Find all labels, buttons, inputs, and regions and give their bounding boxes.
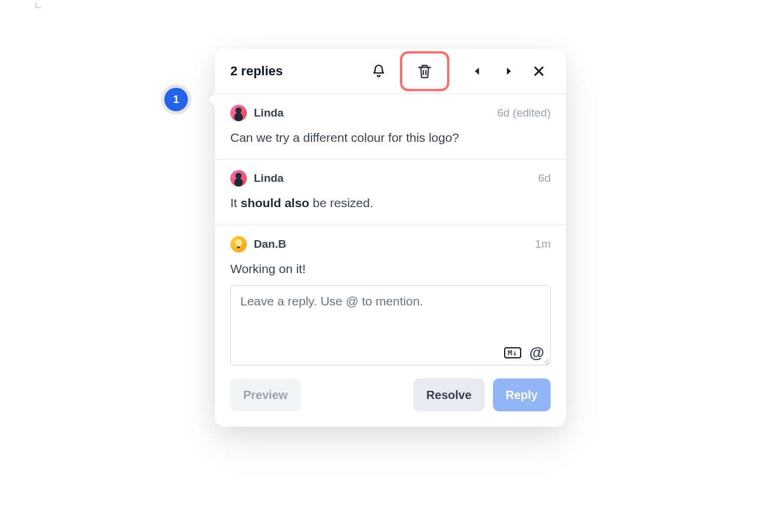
close-icon (532, 65, 545, 78)
comment-meta: 6d (538, 172, 551, 185)
comment-marker-number: 1 (164, 88, 188, 111)
avatar (230, 170, 247, 187)
comment-body-text: be resized. (309, 196, 373, 210)
comment-body: It should also be resized. (230, 195, 551, 211)
avatar (230, 236, 247, 252)
comment-author: Linda (254, 107, 284, 119)
comment-body-text: It (230, 196, 241, 210)
comment-item: Linda 6d (edited) Can we try a different… (215, 94, 566, 159)
reply-button[interactable]: Reply (493, 378, 551, 411)
preview-button[interactable]: Preview (230, 378, 301, 411)
reply-tools: M↓ @ (504, 345, 544, 360)
comment-meta: 1m (535, 238, 551, 251)
bell-icon (372, 64, 386, 78)
thread-title: 2 replies (230, 64, 283, 79)
reply-input[interactable]: Leave a reply. Use @ to mention. M↓ @ (230, 285, 551, 365)
comment-thread-panel: 2 replies (215, 49, 566, 427)
comment-author: Dan.B (254, 238, 286, 251)
close-button[interactable] (526, 58, 552, 84)
resize-handle[interactable] (542, 357, 549, 364)
resolve-button[interactable]: Resolve (413, 378, 485, 411)
reply-actions: Preview Resolve Reply (230, 378, 551, 411)
comment-item: Dan.B 1m Working on it! (215, 225, 566, 282)
reply-area: Leave a reply. Use @ to mention. M↓ @ Pr… (215, 282, 566, 427)
comment-body: Can we try a different colour for this l… (230, 129, 551, 146)
comment-marker[interactable]: 1 (161, 84, 191, 115)
comment-meta: 6d (edited) (497, 107, 551, 119)
comment-item: Linda 6d It should also be resized. (215, 159, 566, 225)
thread-header: 2 replies (215, 49, 566, 94)
markdown-icon[interactable]: M↓ (504, 347, 521, 358)
caret-right-icon (503, 66, 514, 77)
delete-button-highlight (400, 51, 449, 91)
canvas-corner-mark (35, 2, 41, 8)
reply-placeholder: Leave a reply. Use @ to mention. (240, 294, 423, 308)
avatar (230, 105, 247, 121)
comment-author: Linda (254, 172, 284, 185)
delete-button[interactable] (417, 64, 432, 79)
trash-icon (417, 64, 432, 79)
prev-comment-button[interactable] (465, 58, 491, 84)
notifications-button[interactable] (366, 58, 392, 84)
comment-body-bold: should also (241, 196, 310, 210)
next-comment-button[interactable] (495, 58, 521, 84)
caret-left-icon (472, 66, 483, 77)
comment-body: Working on it! (230, 261, 551, 277)
